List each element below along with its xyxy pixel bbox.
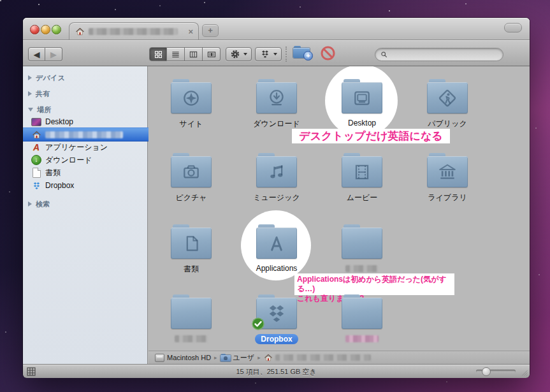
section-label: 共有 [36,89,50,99]
folder-item-music[interactable]: ミュージック [234,153,319,203]
music-note-icon [265,161,288,184]
icon-view-icon [154,50,163,59]
path-bar: Macintosh HD ▸ ユーザ ▸ [148,351,530,364]
sidebar-item-downloads[interactable]: ↓ ダウンロード [23,154,156,166]
path-label: ユーザ [233,353,255,363]
hard-disk-icon [155,354,164,362]
sidebar-item-desktop[interactable]: Desktop [23,115,156,128]
folder-label: ムービー [347,192,378,203]
finder-tab[interactable]: × [69,22,199,40]
path-separator-icon: ▸ [214,354,217,361]
view-column-button[interactable] [185,47,203,61]
disclosure-expanded-icon[interactable] [28,108,33,112]
sidebar-section-shared[interactable]: 共有 [23,87,147,100]
list-view-icon [171,50,180,59]
folder-item-downloads[interactable]: ダウンロード [234,79,319,129]
sidebar-section-places[interactable]: 場所 [23,103,147,116]
sidebar-item-applications[interactable]: A アプリケーション [23,141,156,154]
document-sheet-icon [180,232,203,255]
annotation-desktop-note: デスクトップだけ英語になる [292,129,450,143]
camera-icon [180,161,203,184]
new-tab-button[interactable]: + [202,24,219,37]
status-bar: 15 項目、251.51 GB 空き [23,364,530,378]
folder-label: ダウンロード [253,119,300,129]
toolbar-separator [286,47,287,62]
app-store-a-icon [265,232,288,255]
folder-item-applications[interactable]: Applications [234,224,319,273]
tab-close-icon[interactable]: × [188,27,193,36]
sidebar-item-label: アプリケーション [45,142,108,153]
folder-item-sites[interactable]: サイト [148,79,234,129]
sync-check-badge-icon [251,317,265,331]
sidebar-section-search[interactable]: 検索 [23,198,147,210]
compass-icon [180,87,203,110]
back-icon: ◀ [34,50,40,59]
home-icon [31,129,41,140]
back-button[interactable]: ◀ [28,47,45,61]
path-item-users[interactable]: ユーザ [221,353,255,363]
folder-label: ライブラリ [428,192,467,203]
tab-title-redacted [89,28,178,35]
folder-item-public[interactable]: パブリック [405,79,490,129]
folder-label-redacted [345,265,379,272]
folder-label: サイト [180,119,203,129]
path-separator-icon: ▸ [257,354,261,361]
document-icon [31,168,41,178]
view-icon-button[interactable] [149,47,167,61]
sidebar-item-documents[interactable]: 書類 [23,166,156,179]
search-field[interactable] [375,48,503,61]
view-list-button[interactable] [167,47,185,61]
section-label: デバイス [36,73,65,83]
forward-button[interactable]: ▶ [45,47,62,61]
sidebar-item-label: ダウンロード [45,155,92,166]
dropbox-menu-button[interactable] [255,47,282,61]
resize-grip[interactable] [520,368,528,377]
sidebar-item-dropbox[interactable]: Dropbox [23,179,156,192]
new-folder-button[interactable]: + [293,46,310,58]
slider-knob[interactable] [482,367,491,376]
coverflow-view-icon [206,50,217,59]
pedestrian-sign-icon [436,87,459,110]
disclosure-collapsed-icon[interactable] [28,91,32,96]
folder-label: ミュージック [253,192,300,203]
disclosure-collapsed-icon[interactable] [28,75,32,80]
folder-item-documents[interactable]: 書類 [148,224,234,275]
disclosure-collapsed-icon[interactable] [28,201,32,207]
title-bar[interactable]: × + [23,18,530,40]
download-arrow-icon [265,87,288,110]
users-folder-icon [221,354,231,361]
downloads-icon: ↓ [31,155,41,165]
folder-label-redacted [345,335,379,342]
action-menu-button[interactable] [226,47,252,61]
dropdown-arrow-icon [243,53,247,55]
folder-item-movies[interactable]: ムービー [319,153,405,203]
path-item-macintosh-hd[interactable]: Macintosh HD [155,354,211,362]
folder-item-desktop[interactable]: Desktop [319,79,405,128]
view-coverflow-button[interactable] [203,47,221,61]
toolbar-toggle-capsule[interactable] [504,23,522,33]
folder-label-selected: Dropbox [255,334,298,344]
folder-label: パブリック [428,119,467,129]
close-window-button[interactable] [30,25,40,34]
sidebar-item-label: Dropbox [45,181,74,190]
folder-item-pictures[interactable]: ピクチャ [148,153,234,203]
library-columns-icon [436,161,459,184]
folder-item-redacted[interactable] [319,294,405,342]
burn-prohibition-icon[interactable] [320,45,336,61]
annotation-line: Applicationsは初めから英語だった(気がする…) [297,275,452,294]
home-icon [264,353,273,362]
desktop-thumbnail-icon [31,117,41,127]
toolbar: ◀ ▶ + [23,40,530,66]
folder-item-redacted[interactable] [319,224,405,272]
path-item-home[interactable] [264,353,371,362]
minimize-window-button[interactable] [41,25,50,34]
dropbox-icon [260,49,270,59]
folder-item-redacted[interactable] [148,294,234,342]
film-strip-icon [351,161,373,184]
icon-size-slider[interactable] [476,370,516,373]
sidebar-section-devices[interactable]: デバイス [23,71,147,84]
sidebar-item-home[interactable] [23,127,156,142]
zoom-window-button[interactable] [52,25,61,34]
folder-item-dropbox[interactable]: Dropbox [234,294,319,344]
folder-item-library[interactable]: ライブラリ [405,153,490,203]
